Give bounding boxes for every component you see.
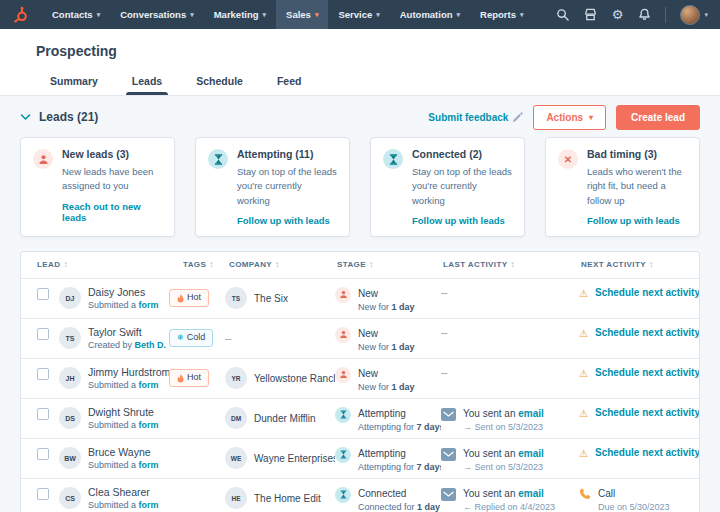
marketplace-icon[interactable] (584, 8, 598, 22)
snowflake-icon: ❄ (177, 333, 184, 343)
row-checkbox[interactable] (37, 368, 49, 380)
tab-summary[interactable]: Summary (36, 69, 112, 95)
chevron-down-icon: ▾ (589, 113, 593, 122)
tab-feed[interactable]: Feed (263, 69, 316, 95)
tab-leads[interactable]: Leads (118, 69, 176, 95)
email-link[interactable]: email (518, 488, 544, 499)
hourglass-icon (208, 149, 228, 169)
warning-icon: ⚠ (579, 407, 588, 420)
chevron-down-icon: ▾ (97, 11, 101, 19)
company-avatar: HE (225, 487, 247, 509)
sent-arrow-icon: → (463, 462, 472, 472)
actions-button[interactable]: Actions ▾ (533, 105, 606, 130)
company-avatar: YR (225, 367, 247, 389)
schedule-next-activity-button[interactable]: Schedule next activity ▾ (595, 287, 699, 298)
card-link-reach-out[interactable]: Reach out to new leads (62, 201, 162, 223)
nav-item-conversations[interactable]: Conversations▾ (110, 0, 204, 29)
company-name: The Home Edit (254, 493, 321, 504)
nav-menu: Contacts▾ Conversations▾ Marketing▾ Sale… (42, 0, 533, 29)
submit-feedback-link[interactable]: Submit feedback (428, 112, 523, 123)
phone-icon (579, 488, 591, 500)
table-row: DS Dwight Shrute Submitted a form DM Dun… (21, 399, 699, 439)
nav-item-sales[interactable]: Sales▾ (276, 0, 328, 29)
form-link[interactable]: form (139, 500, 159, 510)
table-row: BW Bruce Wayne Submitted a form WE Wayne… (21, 439, 699, 479)
tag-cold-badge: ❄ Cold (169, 329, 213, 347)
schedule-next-activity-button[interactable]: Schedule next activity ▾ (595, 407, 699, 418)
lead-avatar: DS (59, 407, 81, 429)
tag-hot-badge: Hot (169, 369, 209, 387)
nav-item-reports[interactable]: Reports▾ (470, 0, 533, 29)
form-link[interactable]: form (139, 300, 159, 310)
table-row: DJ Daisy Jones Submitted a form Hot TS T… (21, 279, 699, 319)
tab-schedule[interactable]: Schedule (182, 69, 257, 95)
email-icon (441, 448, 456, 461)
nav-item-contacts[interactable]: Contacts▾ (42, 0, 110, 29)
no-activity-dash: -- (441, 287, 448, 298)
column-header-company[interactable]: Company↕ (225, 260, 335, 269)
card-title: Attempting (11) (237, 148, 337, 160)
company-name: Wayne Enterprises (254, 453, 335, 464)
row-checkbox[interactable] (37, 408, 49, 420)
stage-hourglass-icon (335, 407, 351, 423)
sort-icon: ↕ (369, 260, 373, 269)
schedule-next-activity-button[interactable]: Schedule next activity ▾ (595, 367, 699, 378)
lead-name: Clea Shearer (88, 485, 159, 499)
stage-label: New (358, 287, 415, 301)
lead-avatar: DJ (59, 287, 81, 309)
stage-label: Attempting (358, 407, 441, 421)
column-header-stage[interactable]: Stage↕ (335, 260, 441, 269)
row-checkbox[interactable] (37, 448, 49, 460)
search-icon[interactable] (556, 8, 570, 22)
row-checkbox[interactable] (37, 288, 49, 300)
lead-avatar: CS (59, 487, 81, 509)
flame-icon (177, 294, 184, 303)
creator-link[interactable]: Beth D. (135, 340, 167, 350)
lead-avatar: JH (59, 367, 81, 389)
create-lead-button[interactable]: Create lead (616, 105, 700, 130)
column-header-last-activity[interactable]: Last activity↕ (441, 260, 579, 269)
stage-new-icon (335, 367, 351, 383)
form-link[interactable]: form (139, 380, 159, 390)
user-avatar[interactable]: ▾ (680, 5, 708, 25)
leads-table: Lead↕ Tags↕ Company↕ Stage↕ Last activit… (20, 251, 700, 512)
card-bad-timing: ✕ Bad timing (3) Leads who weren't the r… (545, 137, 700, 237)
chevron-down-icon: ▾ (315, 11, 319, 19)
row-checkbox[interactable] (37, 328, 49, 340)
reply-arrow-icon: ← (463, 502, 472, 512)
hubspot-logo-icon[interactable] (12, 5, 32, 25)
column-header-tags[interactable]: Tags↕ (169, 260, 225, 269)
card-link-follow-up[interactable]: Follow up with leads (587, 215, 687, 226)
column-header-next-activity[interactable]: Next activity↕ (579, 260, 699, 269)
stage-new-icon (335, 327, 351, 343)
email-link[interactable]: email (518, 448, 544, 459)
schedule-next-activity-button[interactable]: Schedule next activity ▾ (595, 447, 699, 458)
company-avatar: DM (225, 407, 247, 429)
card-attempting: Attempting (11) Stay on top of the leads… (195, 137, 350, 237)
lead-avatar: TS (59, 327, 81, 349)
sort-icon: ↕ (510, 260, 514, 269)
email-icon (441, 408, 456, 421)
form-link[interactable]: form (139, 460, 159, 470)
no-company-dash: -- (225, 333, 232, 344)
column-header-lead[interactable]: Lead↕ (21, 260, 169, 269)
row-checkbox[interactable] (37, 488, 49, 500)
stage-cards: New leads (3) New leads have been assign… (20, 137, 700, 237)
collapse-chevron-icon[interactable] (20, 113, 31, 121)
schedule-next-activity-button[interactable]: Schedule next activity ▾ (595, 327, 699, 338)
gear-icon[interactable]: ⚙ (612, 8, 624, 21)
email-link[interactable]: email (518, 408, 544, 419)
page-header: Prospecting Summary Leads Schedule Feed (0, 29, 720, 96)
person-new-icon (33, 149, 53, 169)
nav-item-automation[interactable]: Automation▾ (390, 0, 470, 29)
stage-label: New (358, 327, 415, 341)
lead-avatar: BW (59, 447, 81, 469)
bell-icon[interactable] (637, 8, 651, 22)
nav-item-marketing[interactable]: Marketing▾ (204, 0, 276, 29)
card-link-follow-up[interactable]: Follow up with leads (237, 215, 337, 226)
tab-bar: Summary Leads Schedule Feed (26, 69, 694, 95)
card-link-follow-up[interactable]: Follow up with leads (412, 215, 512, 226)
nav-item-service[interactable]: Service▾ (328, 0, 389, 29)
form-link[interactable]: form (139, 420, 159, 430)
card-title: New leads (3) (62, 148, 162, 160)
